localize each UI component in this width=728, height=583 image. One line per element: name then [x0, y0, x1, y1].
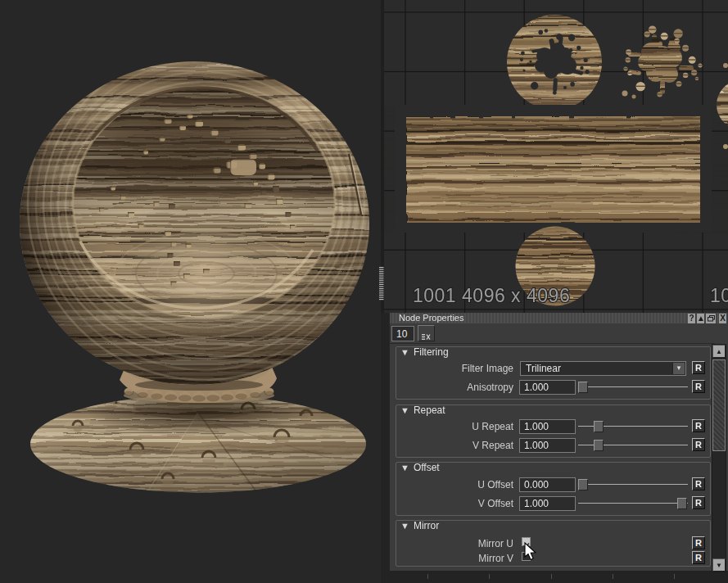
svg-text:10: 10 [710, 285, 728, 306]
svg-text:1001 4096 x 4096: 1001 4096 x 4096 [413, 285, 570, 306]
